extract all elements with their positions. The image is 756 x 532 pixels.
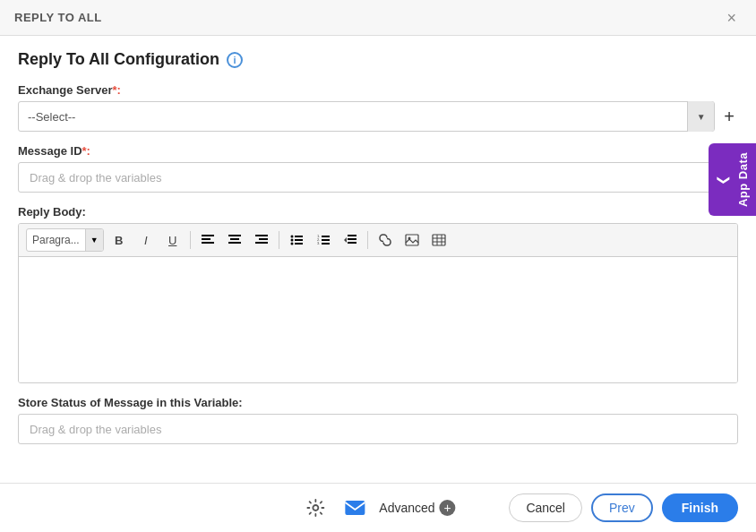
- outdent-button[interactable]: [339, 228, 362, 252]
- toolbar-divider-3: [367, 231, 368, 249]
- section-title-row: Reply To All Configuration i: [18, 50, 738, 69]
- prev-button[interactable]: Prev: [591, 493, 653, 522]
- svg-point-9: [290, 236, 293, 238]
- svg-rect-21: [348, 235, 357, 236]
- cancel-button[interactable]: Cancel: [509, 493, 582, 522]
- modal-overlay: REPLY TO ALL × Reply To All Configuratio…: [0, 0, 756, 532]
- close-button[interactable]: ×: [721, 8, 742, 28]
- editor-toolbar: Paragra... ▼ B I U: [19, 224, 737, 257]
- bold-button[interactable]: B: [107, 228, 131, 252]
- align-right-button[interactable]: [250, 228, 273, 252]
- app-data-tab[interactable]: App Data ❮: [709, 143, 756, 216]
- svg-rect-16: [322, 236, 330, 237]
- svg-point-13: [290, 243, 293, 245]
- svg-rect-1: [202, 238, 210, 240]
- link-button[interactable]: [374, 228, 397, 252]
- svg-rect-18: [322, 239, 330, 241]
- underline-button[interactable]: U: [161, 228, 185, 252]
- reply-body-label: Reply Body:: [18, 205, 738, 219]
- reply-body-content[interactable]: [19, 257, 737, 382]
- message-id-input[interactable]: Drag & drop the variables: [18, 162, 738, 193]
- align-left-button[interactable]: [196, 228, 219, 252]
- table-button[interactable]: [427, 228, 451, 252]
- format-select-text: Paragra...: [27, 234, 85, 246]
- svg-rect-33: [345, 501, 365, 515]
- svg-rect-4: [230, 238, 239, 240]
- svg-rect-3: [228, 235, 241, 236]
- message-id-required: *:: [82, 144, 90, 158]
- add-exchange-server-button[interactable]: +: [720, 107, 738, 127]
- svg-point-11: [290, 239, 293, 242]
- svg-rect-12: [295, 239, 303, 241]
- email-icon: [344, 499, 365, 517]
- svg-rect-14: [295, 243, 303, 245]
- svg-rect-22: [348, 238, 357, 240]
- store-status-input[interactable]: Drag & drop the variables: [18, 414, 738, 444]
- gear-icon: [305, 498, 325, 518]
- exchange-server-value: --Select--: [19, 110, 84, 124]
- exchange-server-chevron[interactable]: ▼: [687, 101, 714, 132]
- finish-button[interactable]: Finish: [662, 493, 738, 522]
- svg-rect-2: [202, 242, 214, 244]
- advanced-button[interactable]: Advanced +: [379, 500, 455, 516]
- svg-rect-23: [348, 242, 357, 244]
- svg-rect-7: [259, 238, 268, 240]
- app-data-chevron-icon: ❮: [715, 175, 729, 185]
- reply-body-group: Reply Body: Paragra... ▼ B I U: [18, 205, 738, 383]
- info-icon[interactable]: i: [227, 52, 243, 68]
- exchange-server-select-box[interactable]: --Select-- ▼: [18, 101, 715, 132]
- advanced-label: Advanced: [379, 501, 434, 515]
- app-data-tab-container: App Data ❮: [709, 143, 756, 216]
- svg-rect-20: [322, 243, 330, 245]
- align-center-button[interactable]: [223, 228, 246, 252]
- exchange-server-required: *:: [113, 83, 121, 97]
- svg-rect-0: [202, 235, 214, 236]
- italic-button[interactable]: I: [134, 228, 158, 252]
- modal-header-title: REPLY TO ALL: [14, 11, 102, 24]
- toolbar-divider-1: [190, 231, 191, 249]
- message-id-label: Message ID*:: [18, 144, 738, 158]
- settings-button[interactable]: [300, 493, 331, 523]
- message-id-group: Message ID*: Drag & drop the variables: [18, 144, 738, 193]
- svg-rect-6: [255, 235, 268, 236]
- ordered-list-button[interactable]: 1.2.3.: [312, 228, 335, 252]
- store-status-group: Store Status of Message in this Variable…: [18, 396, 738, 444]
- section-title-text: Reply To All Configuration: [18, 50, 219, 69]
- exchange-server-select-wrapper: --Select-- ▼ +: [18, 101, 738, 132]
- svg-rect-27: [433, 235, 445, 245]
- svg-rect-8: [255, 242, 268, 244]
- store-status-placeholder: Drag & drop the variables: [30, 423, 161, 436]
- exchange-server-label: Exchange Server*:: [18, 83, 738, 97]
- advanced-plus-icon: +: [440, 500, 456, 516]
- modal-body: Reply To All Configuration i Exchange Se…: [0, 36, 756, 483]
- modal-header: REPLY TO ALL ×: [0, 0, 756, 36]
- svg-text:3.: 3.: [317, 241, 320, 245]
- exchange-server-group: Exchange Server*: --Select-- ▼ +: [18, 83, 738, 132]
- format-select[interactable]: Paragra... ▼: [26, 228, 104, 252]
- modal-footer: Advanced + Cancel Prev Finish: [0, 483, 756, 532]
- svg-rect-10: [295, 236, 303, 237]
- svg-marker-24: [344, 237, 347, 243]
- unordered-list-button[interactable]: [285, 228, 308, 252]
- reply-body-editor: Paragra... ▼ B I U: [18, 223, 738, 383]
- footer-center-actions: Advanced +: [300, 493, 455, 523]
- svg-rect-25: [406, 235, 418, 245]
- message-id-placeholder: Drag & drop the variables: [30, 171, 161, 184]
- toolbar-divider-2: [279, 231, 279, 249]
- svg-point-32: [313, 505, 318, 511]
- modal: REPLY TO ALL × Reply To All Configuratio…: [0, 0, 756, 532]
- email-button[interactable]: [339, 493, 370, 523]
- app-data-label: App Data: [736, 152, 750, 207]
- svg-rect-5: [228, 242, 241, 244]
- format-select-chevron[interactable]: ▼: [85, 228, 103, 252]
- image-button[interactable]: [400, 228, 424, 252]
- footer-right-actions: Cancel Prev Finish: [509, 493, 738, 522]
- store-status-label: Store Status of Message in this Variable…: [18, 396, 738, 409]
